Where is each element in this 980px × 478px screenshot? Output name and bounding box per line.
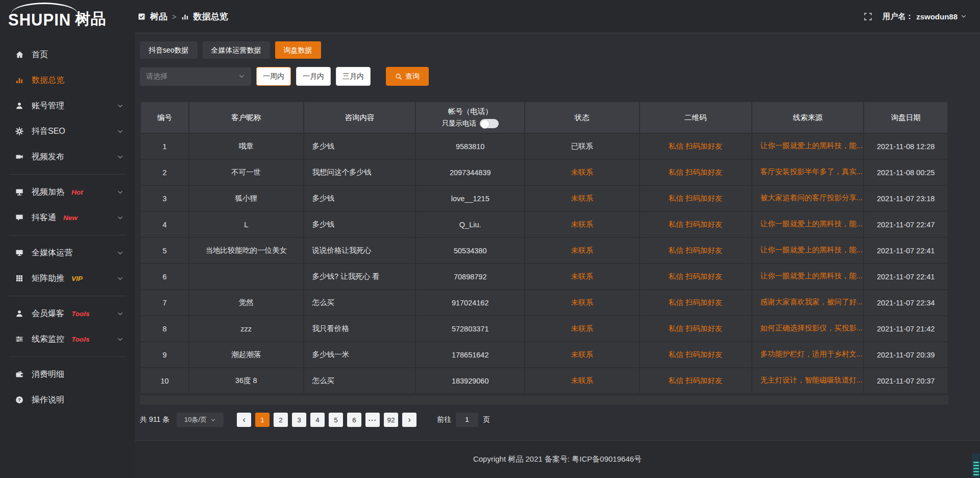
prev-page-button[interactable]: ‹ [237, 413, 251, 427]
sidebar-item[interactable]: 账号管理 [0, 93, 135, 118]
period-button[interactable]: 一月内 [296, 67, 331, 86]
source-link[interactable]: 被大家追着问的客厅投影分享... [761, 193, 863, 203]
private-message-link[interactable]: 私信 [669, 350, 683, 358]
cell-date: 2021-11-07 21:42 [864, 316, 948, 342]
cell-no: 10 [140, 368, 189, 394]
table-row: 2不可一世我想问这个多少钱2097344839未联系私信 扫码加好友客厅安装投影… [140, 159, 948, 185]
source-link[interactable]: 感谢大家喜欢我家，被问了好... [761, 297, 863, 307]
sidebar-item[interactable]: 抖音SEO [0, 118, 135, 144]
sidebar-item[interactable]: 线索监控Tools [0, 326, 135, 352]
source-link[interactable]: 多功能护栏灯，适用于乡村文... [761, 349, 863, 359]
scan-add-friend-link[interactable]: 扫码加好友 [685, 272, 723, 280]
private-message-link[interactable]: 私信 [669, 194, 683, 202]
phone-only-toggle[interactable] [480, 119, 499, 128]
page-size-select[interactable]: 10条/页 [177, 413, 224, 427]
period-buttons: 一周内一月内三月内 [251, 67, 371, 86]
tab[interactable]: 询盘数据 [275, 41, 321, 59]
tab[interactable]: 抖音seo数据 [140, 41, 198, 59]
breadcrumb-item-home[interactable]: 树品 [150, 11, 167, 22]
user-menu[interactable]: 用户名：zswodun88 [883, 12, 967, 21]
cell-source: 让你一眼就爱上的黑科技，能... [752, 264, 864, 290]
private-message-link[interactable]: 私信 [669, 168, 683, 176]
cell-account: 917024162 [415, 290, 525, 316]
sidebar-item[interactable]: 消费明细 [0, 362, 135, 387]
sidebar-item[interactable]: 矩阵助推VIP [0, 266, 135, 291]
gear-icon [15, 127, 24, 135]
source-link[interactable]: 让你一眼就爱上的黑科技，能... [761, 141, 863, 151]
next-page-button[interactable]: › [402, 413, 416, 427]
period-button[interactable]: 一周内 [256, 67, 291, 86]
chevron-down-icon [238, 73, 245, 80]
sidebar-item[interactable]: 视频加热Hot [0, 179, 135, 205]
cell-content: 多少钱? 让我死心 看 [304, 264, 416, 290]
sidebar-item-label: 全媒体运营 [32, 248, 72, 258]
chevron-down-icon [117, 128, 124, 135]
filter-select[interactable]: 请选择 [140, 67, 251, 86]
page-number-button[interactable]: 5 [329, 413, 343, 427]
private-message-link[interactable]: 私信 [669, 272, 683, 280]
status-badge: 未联系 [525, 368, 640, 394]
private-message-link[interactable]: 私信 [669, 376, 683, 385]
cell-content: 多少钱 [304, 133, 416, 159]
page-number-button[interactable]: 6 [347, 413, 361, 427]
sidebar-item[interactable]: 会员爆客Tools [0, 301, 135, 326]
table-footer-strip [140, 395, 948, 404]
scan-add-friend-link[interactable]: 扫码加好友 [685, 220, 723, 228]
page-number-button[interactable]: 1 [255, 413, 270, 427]
footer: Copyright 树品 2021 备案号: 粤ICP备09019646号 [135, 440, 980, 478]
table-row: 6多少钱? 让我死心 看70898792未联系私信 扫码加好友让你一眼就爱上的黑… [140, 264, 948, 290]
scan-add-friend-link[interactable]: 扫码加好友 [685, 324, 723, 332]
page-number-button[interactable]: 4 [310, 413, 325, 427]
source-link[interactable]: 让你一眼就爱上的黑科技，能... [761, 245, 863, 255]
chevron-down-icon [117, 154, 124, 160]
scan-add-friend-link[interactable]: 扫码加好友 [685, 246, 723, 254]
pagination: 共 911 条 10条/页 ‹ 123456···92 › 前往 1 页 [140, 413, 948, 427]
sidebar-item[interactable]: 首页 [0, 42, 135, 67]
scan-add-friend-link[interactable]: 扫码加好友 [685, 298, 723, 306]
private-message-link[interactable]: 私信 [669, 324, 683, 332]
page-number-button[interactable]: 3 [292, 413, 306, 427]
source-link[interactable]: 客厅安装投影半年多了，真实... [761, 167, 863, 177]
page-number-button[interactable]: 92 [384, 413, 398, 427]
sidebar-divider [9, 174, 126, 175]
source-link[interactable]: 让你一眼就爱上的黑科技，能... [761, 271, 863, 281]
scan-add-friend-link[interactable]: 扫码加好友 [685, 168, 723, 176]
sidebar-item-label: 视频发布 [32, 152, 64, 162]
sidebar-item[interactable]: 数据总览 [0, 67, 135, 93]
search-button[interactable]: 查询 [386, 67, 429, 86]
page-number-button[interactable]: 2 [274, 413, 288, 427]
source-link[interactable]: 让你一眼就爱上的黑科技，能... [761, 219, 863, 229]
col-nickname: 客户昵称 [189, 102, 304, 133]
source-link[interactable]: 如何正确选择投影仪，买投影... [761, 323, 863, 333]
scan-add-friend-link[interactable]: 扫码加好友 [685, 142, 723, 150]
cell-qrcode: 私信 扫码加好友 [640, 316, 752, 342]
private-message-link[interactable]: 私信 [669, 298, 683, 306]
sidebar-item[interactable]: 抖客通New [0, 205, 135, 230]
private-message-link[interactable]: 私信 [669, 246, 683, 254]
scan-add-friend-link[interactable]: 扫码加好友 [685, 376, 723, 385]
period-button[interactable]: 三月内 [336, 67, 371, 86]
sidebar-item-badge: New [63, 214, 78, 222]
cell-account: 50534380 [415, 237, 525, 264]
sidebar-item[interactable]: ?操作说明 [0, 387, 135, 413]
user-icon [15, 102, 24, 110]
bar-chart-icon [181, 13, 189, 20]
sidebar-item[interactable]: 全媒体运营 [0, 240, 135, 266]
member-icon [15, 309, 24, 318]
tab[interactable]: 全媒体运营数据 [203, 41, 270, 59]
fullscreen-icon[interactable] [864, 12, 872, 21]
source-link[interactable]: 无主灯设计，智能磁吸轨道灯... [761, 375, 863, 385]
scan-add-friend-link[interactable]: 扫码加好友 [685, 350, 723, 358]
col-no: 编号 [140, 102, 189, 133]
page-ellipsis-button[interactable]: ··· [365, 413, 380, 427]
scan-add-friend-link[interactable]: 扫码加好友 [685, 194, 723, 202]
goto-page-input[interactable]: 1 [456, 413, 478, 427]
cell-qrcode: 私信 扫码加好友 [640, 342, 752, 368]
private-message-link[interactable]: 私信 [669, 142, 683, 150]
table-row: 1哦章多少钱9583810已联系私信 扫码加好友让你一眼就爱上的黑科技，能...… [140, 133, 948, 159]
cell-date: 2021-11-07 22:41 [864, 264, 948, 290]
cell-source: 让你一眼就爱上的黑科技，能... [752, 133, 864, 159]
floating-widget-partial[interactable] [972, 453, 980, 478]
sidebar-item[interactable]: 视频发布 [0, 144, 135, 170]
private-message-link[interactable]: 私信 [669, 220, 683, 228]
